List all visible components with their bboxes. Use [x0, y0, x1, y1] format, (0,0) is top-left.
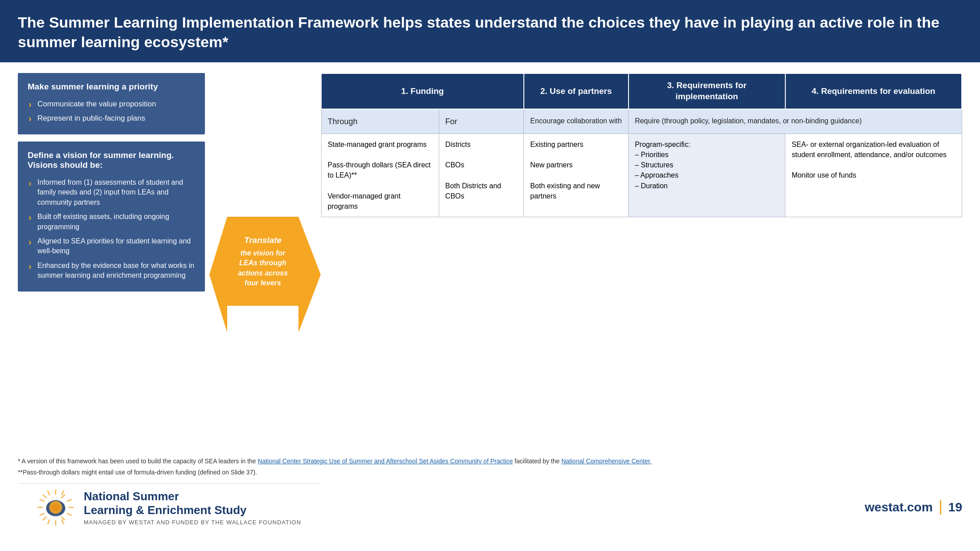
- cell-require: Require (through policy, legislation, ma…: [629, 109, 962, 134]
- right-panel: 1. Funding 2. Use of partners 3. Require…: [321, 73, 962, 450]
- logo-text-area: National Summer Learning & Enrichment St…: [84, 490, 301, 526]
- svg-line-12: [48, 491, 50, 496]
- arrow-body: Translate the vision for LEAs through ac…: [227, 217, 298, 306]
- list-item: Enhanced by the evidence base for what w…: [28, 259, 195, 283]
- priority-box: Make summer learning a priority Communic…: [18, 73, 205, 134]
- priority-list: Communicate the value proposition Repres…: [28, 97, 195, 126]
- footnote-1: * A version of this framework has been u…: [18, 457, 686, 466]
- svg-line-8: [40, 499, 45, 502]
- funding-vendor-text: Vendor-managed grant programs: [328, 192, 401, 210]
- req-impl-text: Program-specific: – Priorities – Structu…: [635, 141, 690, 190]
- main-content: Make summer learning a priority Communic…: [0, 62, 980, 450]
- list-item: Built off existing assets, including ong…: [28, 210, 195, 234]
- col-header-funding: 1. Funding: [321, 73, 524, 109]
- for-both: Both Districts and CBOs: [445, 182, 501, 200]
- partners-new: New partners: [530, 161, 572, 169]
- footnote-2: **Pass-through dollars might entail use …: [18, 468, 686, 477]
- logo-line2: Learning & Enrichment Study: [84, 503, 247, 517]
- req-eval-text2: Monitor use of funds: [792, 171, 856, 179]
- logo-title: National Summer Learning & Enrichment St…: [84, 490, 301, 517]
- data-row: State-managed grant programs Pass-throug…: [321, 134, 962, 217]
- framework-table: 1. Funding 2. Use of partners 3. Require…: [321, 73, 962, 217]
- arrow-text: Translate the vision for LEAs through ac…: [235, 235, 290, 288]
- footnote-area: * A version of this framework has been u…: [18, 457, 962, 477]
- bottom-bar: National Summer Learning & Enrichment St…: [0, 482, 980, 533]
- funding-type-text: State-managed grant programs: [328, 141, 427, 148]
- cell-funding-type: State-managed grant programs Pass-throug…: [321, 134, 439, 217]
- footer-area: * A version of this framework has been u…: [0, 450, 980, 482]
- svg-line-10: [40, 514, 45, 516]
- partners-both: Both existing and new partners: [530, 182, 600, 200]
- svg-line-6: [43, 517, 46, 520]
- cell-req-eval-data: SEA- or external organization-led evalua…: [785, 134, 962, 217]
- col-header-req-impl: 3. Requirements for implementation: [629, 73, 785, 109]
- sub-header-row: Through For Encourage collaboration with…: [321, 109, 962, 134]
- cell-partners-types: Existing partners New partners Both exis…: [524, 134, 629, 217]
- header-row: 1. Funding 2. Use of partners 3. Require…: [321, 73, 962, 109]
- logo-line1: National Summer: [84, 490, 179, 503]
- westat-url: westat.com: [865, 500, 933, 515]
- svg-line-11: [67, 514, 72, 516]
- vision-list: Informed from (1) assessments of student…: [28, 175, 195, 283]
- priority-heading: Make summer learning a priority: [28, 82, 195, 92]
- svg-line-14: [48, 519, 50, 524]
- vision-box: Define a vision for summer learning. Vis…: [18, 142, 205, 292]
- list-item: Aligned to SEA priorities for student le…: [28, 234, 195, 259]
- footnote1-link1[interactable]: National Center Strategic Use of Summer …: [258, 458, 513, 465]
- nsles-logo-icon: [36, 487, 76, 527]
- col-header-req-eval: 4. Requirements for evaluation: [785, 73, 962, 109]
- logo-section: National Summer Learning & Enrichment St…: [18, 483, 319, 531]
- left-panel: Make summer learning a priority Communic…: [18, 73, 205, 450]
- footnote1-prefix: * A version of this framework has been u…: [18, 458, 258, 465]
- westat-section: westat.com 19: [865, 500, 962, 515]
- cell-encourage: Encourage collaboration with: [524, 109, 629, 134]
- funding-passthrough-text: Pass-through dollars (SEA direct to LEA)…: [328, 161, 431, 179]
- col-header-partners: 2. Use of partners: [524, 73, 629, 109]
- arrow-translate-label: Translate: [235, 235, 290, 247]
- logo-managed-by: MANAGED BY WESTAT AND FUNDED BY THE WALL…: [84, 519, 301, 526]
- svg-point-18: [52, 503, 60, 511]
- arrow-shape: Translate the vision for LEAs through ac…: [223, 217, 303, 306]
- footnote1-mid: facilitated by the: [513, 458, 561, 465]
- footnote1-link2[interactable]: National Comprehensive Center.: [561, 458, 651, 465]
- cell-req-impl-data: Program-specific: – Priorities – Structu…: [629, 134, 785, 217]
- req-eval-text1: SEA- or external organization-led evalua…: [792, 141, 947, 158]
- header-title: The Summer Learning Implementation Frame…: [18, 14, 939, 50]
- svg-line-13: [62, 491, 64, 496]
- vision-heading: Define a vision for summer learning. Vis…: [28, 150, 195, 170]
- svg-line-15: [62, 519, 64, 524]
- list-item: Represent in public-facing plans: [28, 111, 195, 126]
- for-districts: Districts: [445, 141, 471, 148]
- svg-line-4: [43, 495, 46, 498]
- partners-existing: Existing partners: [530, 141, 583, 148]
- svg-line-9: [67, 499, 72, 502]
- for-cbos: CBOs: [445, 161, 465, 169]
- cell-for-types: Districts CBOs Both Districts and CBOs: [439, 134, 524, 217]
- page-header: The Summer Learning Implementation Frame…: [0, 0, 980, 62]
- arrow-area: Translate the vision for LEAs through ac…: [218, 73, 307, 450]
- list-item: Communicate the value proposition: [28, 97, 195, 111]
- arrow-sub-text: the vision for LEAs through actions acro…: [238, 249, 288, 287]
- page-number: 19: [940, 500, 962, 515]
- cell-through: Through: [321, 109, 439, 134]
- cell-for: For: [439, 109, 524, 134]
- list-item: Informed from (1) assessments of student…: [28, 175, 195, 210]
